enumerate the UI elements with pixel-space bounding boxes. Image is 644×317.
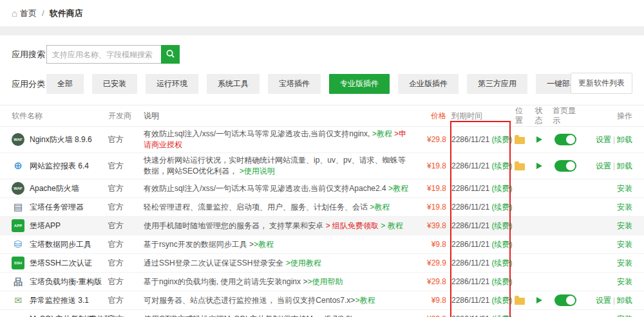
ssh-auth-icon: SSH bbox=[12, 257, 24, 269]
folder-icon[interactable] bbox=[515, 137, 525, 144]
expire-cell: 2286/11/21 (续费) bbox=[446, 161, 511, 172]
install-link[interactable]: 安装 bbox=[617, 277, 632, 286]
vendor: 官方 bbox=[108, 202, 144, 213]
software-name-cell: APP 堡塔APP bbox=[12, 219, 108, 232]
header-desc: 说明 bbox=[144, 109, 413, 123]
expire-cell: 2286/11/21 (续费) bbox=[446, 221, 511, 231]
settings-link[interactable]: 设置 bbox=[596, 135, 611, 144]
action-separator: | bbox=[613, 296, 615, 305]
play-icon[interactable] bbox=[536, 136, 542, 143]
breadcrumb-home[interactable]: 首页 bbox=[20, 8, 37, 19]
vendor: 官方 bbox=[108, 258, 144, 269]
home-display-toggle[interactable] bbox=[554, 160, 576, 172]
home-display-toggle[interactable] bbox=[554, 134, 576, 145]
install-link[interactable]: 安装 bbox=[617, 314, 632, 317]
tutorial-link[interactable]: >使用帮助 bbox=[307, 277, 343, 286]
uninstall-link[interactable]: 卸载 bbox=[617, 296, 632, 305]
price: ¥19.8 bbox=[413, 161, 446, 170]
install-link[interactable]: 安装 bbox=[617, 221, 632, 230]
uninstall-link[interactable]: 卸载 bbox=[617, 161, 632, 170]
search-input[interactable] bbox=[46, 45, 161, 64]
update-software-list-button[interactable]: 更新软件列表 bbox=[571, 73, 632, 94]
category-tab[interactable]: 全部 bbox=[46, 74, 84, 94]
expire-date: 2286/11/21 bbox=[451, 258, 492, 267]
actions-cell: 安装 bbox=[581, 221, 632, 231]
install-link[interactable]: 安装 bbox=[617, 203, 632, 212]
software-name: 网站监控报表 6.4 bbox=[30, 161, 89, 172]
expire-date: 2286/11/21 bbox=[451, 314, 492, 317]
home-display-toggle[interactable] bbox=[554, 294, 576, 306]
install-link[interactable]: 安装 bbox=[617, 258, 632, 267]
renew-link[interactable]: (续费) bbox=[492, 258, 513, 267]
database-icon: ⛁ bbox=[12, 238, 24, 251]
software-name: MySQL主从复制(重构版) bbox=[30, 314, 115, 317]
home-display-cell bbox=[550, 160, 581, 172]
load-balancer-icon: 品 bbox=[12, 275, 24, 288]
renew-link[interactable]: (续费) bbox=[492, 221, 513, 230]
price: ¥9.8 bbox=[413, 296, 446, 305]
category-tab[interactable]: 运行环境 bbox=[146, 74, 198, 94]
vendor: 官方 bbox=[108, 295, 144, 306]
table-row: APP 堡塔APP 官方 使用手机随时随地管理您的服务器， 支持苹果和安卓 > … bbox=[0, 217, 644, 235]
description-text: 有效防止sql注入/xss/一句话木马等常见渗透攻击,当前仅支持Apache2.… bbox=[144, 184, 388, 193]
tutorial-link[interactable]: > 教程 bbox=[381, 221, 402, 230]
settings-link[interactable]: 设置 bbox=[596, 161, 611, 170]
install-link[interactable]: 安装 bbox=[617, 184, 632, 193]
promo-link[interactable]: > 组队免费领取 bbox=[326, 221, 379, 230]
category-tab[interactable]: 宝塔插件 bbox=[268, 74, 321, 94]
tutorial-link[interactable]: >教程 bbox=[370, 203, 390, 212]
software-name-cell: ⛁ 宝塔数据同步工具 bbox=[12, 238, 108, 251]
play-icon[interactable] bbox=[536, 163, 542, 169]
renew-link[interactable]: (续费) bbox=[492, 240, 513, 249]
search-button[interactable] bbox=[161, 45, 180, 64]
uninstall-link[interactable]: 卸载 bbox=[617, 135, 632, 144]
header-expire: 到期时间 bbox=[446, 111, 511, 122]
renew-link[interactable]: (续费) bbox=[492, 296, 513, 305]
play-icon[interactable] bbox=[536, 297, 542, 303]
description: 基于nginx的负载均衡, 使用之前请先安装nginx >>使用帮助 bbox=[144, 275, 413, 289]
renew-link[interactable]: (续费) bbox=[492, 203, 513, 212]
search-box bbox=[46, 45, 180, 64]
software-name-cell: ⊕ 网站监控报表 6.4 bbox=[12, 159, 108, 172]
settings-link[interactable]: 设置 bbox=[596, 296, 611, 305]
renew-link[interactable]: (续费) bbox=[492, 161, 513, 170]
expire-date: 2286/11/21 bbox=[451, 161, 492, 170]
vendor: 官方 bbox=[108, 161, 144, 172]
folder-icon[interactable] bbox=[515, 298, 525, 305]
description: 使用GTID方式轻松实现MySQL主从复制(仅支持Mysql5.7/8.0) bbox=[144, 312, 413, 317]
header-home-display: 首页显示 bbox=[550, 106, 581, 125]
tutorial-link[interactable]: >教程 bbox=[355, 296, 375, 305]
table-header: 软件名称 开发商 说明 价格 到期时间 位置 状态 首页显示 操作 bbox=[0, 105, 644, 127]
category-tab[interactable]: 系统工具 bbox=[207, 74, 260, 94]
price: ¥29.8 bbox=[413, 135, 446, 144]
install-link[interactable]: 安装 bbox=[617, 240, 632, 249]
description-text: 有效防止sql注入/xss/一句话木马等常见渗透攻击,当前仅支持nginx, bbox=[144, 129, 372, 138]
breadcrumb-separator: / bbox=[42, 8, 44, 18]
folder-icon[interactable] bbox=[515, 163, 525, 170]
tutorial-link[interactable]: >教程 bbox=[388, 184, 408, 193]
renew-link[interactable]: (续费) bbox=[492, 184, 513, 193]
home-display-cell bbox=[550, 294, 581, 306]
header-location: 位置 bbox=[511, 106, 529, 125]
cloud-sync-icon: ☁ bbox=[12, 312, 24, 317]
renew-link[interactable]: (续费) bbox=[492, 135, 513, 144]
home-display-cell bbox=[550, 134, 581, 145]
price: ¥19.8 bbox=[413, 203, 446, 212]
actions-cell: 设置|卸载 bbox=[581, 161, 632, 172]
category-tab[interactable]: 第三方应用 bbox=[467, 74, 527, 94]
software-name-cell: ☁ MySQL主从复制(重构版) bbox=[12, 312, 108, 317]
search-icon bbox=[166, 49, 175, 60]
tutorial-link[interactable]: >使用说明 bbox=[240, 167, 275, 176]
tutorial-link[interactable]: >教程 bbox=[372, 129, 392, 138]
table-row: SSH 堡塔SSH二次认证 官方 通过SSH登录二次认证保证SSH登录安全 >使… bbox=[0, 254, 644, 273]
expire-date: 2286/11/21 bbox=[451, 240, 492, 249]
category-tab[interactable]: 企业版插件 bbox=[398, 74, 459, 94]
category-tab[interactable]: 已安装 bbox=[92, 74, 137, 94]
table-body: WAF Nginx防火墙 8.9.6 官方 有效防止sql注入/xss/一句话木… bbox=[0, 127, 644, 317]
search-label: 应用搜索 bbox=[12, 49, 46, 60]
renew-link[interactable]: (续费) bbox=[492, 314, 513, 317]
renew-link[interactable]: (续费) bbox=[492, 277, 513, 286]
tutorial-link[interactable]: >使用教程 bbox=[286, 258, 321, 267]
category-tab[interactable]: 专业版插件 bbox=[329, 74, 390, 94]
tutorial-link[interactable]: >教程 bbox=[254, 240, 274, 249]
